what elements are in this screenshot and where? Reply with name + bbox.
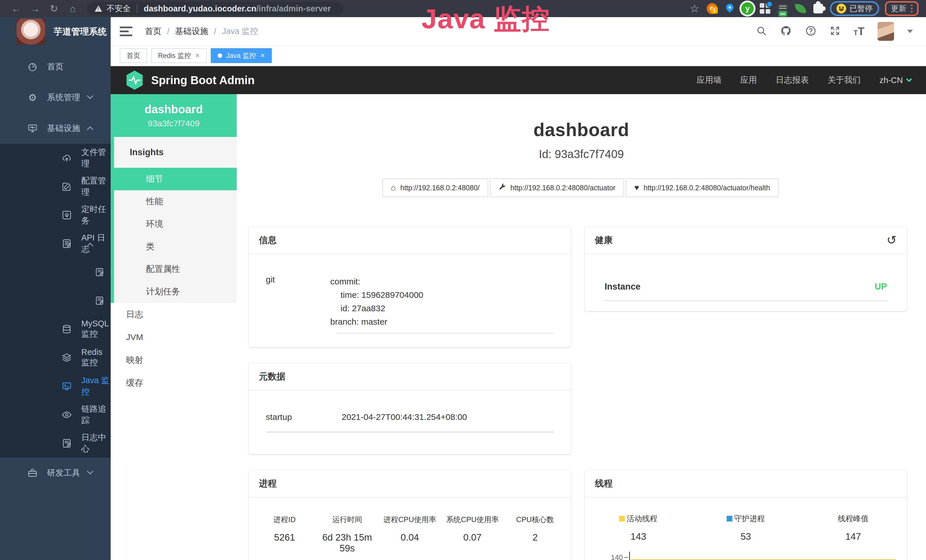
search-icon[interactable]	[756, 26, 767, 37]
legend-daemon-swatch	[727, 516, 732, 522]
sba-nav-journal[interactable]: 日志报表	[776, 74, 809, 86]
tag-java-monitor[interactable]: Java 监控 ✕	[211, 48, 272, 63]
eye-icon	[61, 409, 72, 420]
sidebar-item-java-monitor[interactable]: Java 监控	[0, 372, 110, 401]
sba-nav-wall[interactable]: 应用墙	[697, 74, 722, 86]
sba-item-classes[interactable]: 类	[114, 235, 237, 258]
address-bar[interactable]: 不安全 dashboard.yudao.iocoder.cn/infra/adm…	[87, 2, 343, 15]
sba-instance-header[interactable]: dashboard 93a3fc7f7409	[110, 94, 237, 137]
browser-home-icon[interactable]: ⌂	[64, 0, 82, 17]
status-badge: UP	[875, 282, 887, 292]
sba-locale-label: zh-CN	[879, 76, 903, 85]
instance-health-link[interactable]: ♥ http://192.168.0.2:48080/actuator/heal…	[626, 178, 779, 197]
sba-item-performance[interactable]: 性能	[114, 190, 237, 213]
sidebar-logo-row[interactable]: 芋道管理系统	[0, 17, 110, 46]
sidebar-item-access-log[interactable]: 访问日志	[0, 258, 110, 286]
extension-orange-icon[interactable]: 1	[704, 0, 720, 17]
extension-on-icon[interactable]: on	[775, 0, 791, 17]
extension-grid-icon[interactable]	[757, 0, 773, 17]
user-menu-caret-icon[interactable]	[907, 30, 913, 33]
extension-leaf-icon[interactable]	[792, 0, 809, 17]
process-header-row: 进程ID 运行时间 进程CPU使用率 系统CPU使用率 CPU核心数	[253, 515, 566, 525]
extension-puzzle-icon[interactable]	[810, 0, 826, 17]
browser-back-icon[interactable]: ←	[8, 0, 25, 17]
tag-home[interactable]: 首页	[120, 48, 147, 63]
tag-redis-monitor[interactable]: Redis 监控 ✕	[151, 48, 207, 63]
history-icon[interactable]: ↺	[887, 234, 897, 246]
instance-home-link[interactable]: ⌂ http://192.168.0.2:48080/	[383, 178, 488, 197]
bookmark-star-icon[interactable]: ☆	[686, 0, 703, 17]
breadcrumb-infra[interactable]: 基础设施	[175, 26, 208, 37]
tag-close-icon[interactable]: ✕	[195, 52, 200, 59]
sidebar-item-home[interactable]: 首页	[0, 51, 110, 82]
sidebar-item-dev-tools[interactable]: 研发工具	[0, 458, 110, 488]
font-size-icon[interactable]: TT	[853, 26, 864, 38]
paused-label: 已暂停	[850, 3, 873, 14]
sidebar-item-error-log[interactable]: 错误日志	[0, 286, 110, 315]
link-url: http://192.168.0.2:48080/	[400, 184, 480, 192]
sba-item-environment[interactable]: 环境	[114, 213, 237, 235]
git-branch-line: branch: master	[330, 315, 561, 328]
sidebar-item-config-management[interactable]: 配置管理	[0, 172, 110, 201]
profile-paused-pill[interactable]: 已暂停	[830, 1, 879, 16]
link-url: http://192.168.0.2:48080/actuator/health	[644, 184, 770, 192]
card-title: 健康	[595, 234, 613, 246]
url-path[interactable]: /infra/admin-server	[256, 4, 331, 13]
layers-icon	[61, 352, 72, 363]
sba-item-caches[interactable]: 缓存	[110, 371, 237, 394]
legend-daemon-label: 守护进程	[734, 513, 765, 524]
sba-nav-applications[interactable]: 应用	[740, 74, 757, 86]
sidebar-item-infra[interactable]: 基础设施	[0, 113, 110, 144]
hamburger-icon[interactable]	[120, 27, 132, 36]
sba-item-scheduled-tasks[interactable]: 计划任务	[114, 280, 237, 303]
sidebar-item-api-log[interactable]: API 日志	[0, 229, 110, 258]
threads-legend-row: 活动线程 143 守护进程 53	[585, 513, 907, 542]
sidebar-item-redis-monitor[interactable]: Redis 监控	[0, 344, 110, 372]
info-key: git	[259, 275, 330, 333]
sidebar-item-label: Java 监控	[81, 375, 110, 398]
sidebar-item-scheduled-jobs[interactable]: 定时任务	[0, 201, 110, 229]
sba-item-logs[interactable]: 日志	[110, 303, 237, 326]
sidebar: 芋道管理系统 首页 ⚙ 系统管理 基础设	[0, 17, 110, 560]
sba-locale-select[interactable]: zh-CN	[879, 76, 911, 85]
page-title: dashboard	[237, 119, 926, 140]
app-title: 芋道管理系统	[54, 26, 107, 38]
sidebar-item-label: API 日志	[81, 232, 110, 255]
sba-nav-about[interactable]: 关于我们	[828, 74, 861, 86]
sidebar-item-log-center[interactable]: 日志中心	[0, 429, 110, 458]
sba-item-mappings[interactable]: 映射	[110, 349, 237, 371]
sba-brand[interactable]: Spring Boot Admin	[126, 70, 255, 91]
breadcrumb-home[interactable]: 首页	[145, 26, 162, 37]
sba-section-label: Insights	[114, 137, 237, 168]
security-warning-icon[interactable]	[95, 5, 102, 12]
sidebar-item-file-management[interactable]: 文件管理	[0, 144, 110, 172]
security-label[interactable]: 不安全	[107, 3, 131, 14]
browser-update-button[interactable]: 更新	[885, 1, 918, 16]
instance-actuator-link[interactable]: http://192.168.0.2:48080/actuator	[490, 178, 624, 197]
browser-menu-dots-icon[interactable]	[911, 5, 912, 12]
process-proc-cpu-value: 0.04	[378, 532, 441, 554]
extension-badge-count: 1	[711, 7, 718, 14]
sidebar-item-system[interactable]: ⚙ 系统管理	[0, 82, 110, 113]
browser-reload-icon[interactable]: ↻	[45, 0, 63, 17]
sba-item-config-properties[interactable]: 配置属性	[114, 258, 237, 280]
sba-insights-section: Insights 细节 性能 环境 类 配置属性 计划任务	[110, 137, 237, 303]
metadata-card-header: 元数据	[249, 363, 571, 390]
extension-y-icon[interactable]: y	[739, 0, 756, 17]
tag-close-icon[interactable]: ✕	[260, 52, 265, 59]
sidebar-item-mysql-monitor[interactable]: MySQL 监控	[0, 315, 110, 344]
sba-instance-name: dashboard	[145, 103, 203, 116]
info-card-header: 信息	[249, 227, 571, 254]
sidebar-item-tracing[interactable]: 链路追踪	[0, 401, 110, 429]
page-subtitle: Id: 93a3fc7f7409	[237, 148, 926, 160]
url-host[interactable]: dashboard.yudao.iocoder.cn	[144, 4, 256, 13]
sba-item-details[interactable]: 细节	[110, 168, 237, 190]
fullscreen-icon[interactable]	[830, 26, 840, 37]
browser-forward-icon[interactable]: →	[26, 0, 44, 17]
help-icon[interactable]	[805, 25, 817, 38]
extension-pin-icon[interactable]	[722, 0, 738, 17]
github-icon[interactable]	[780, 25, 792, 38]
instance-links: ⌂ http://192.168.0.2:48080/ http://192.1…	[237, 178, 926, 197]
user-avatar[interactable]	[878, 22, 894, 41]
sba-item-jvm[interactable]: JVM	[110, 326, 237, 349]
